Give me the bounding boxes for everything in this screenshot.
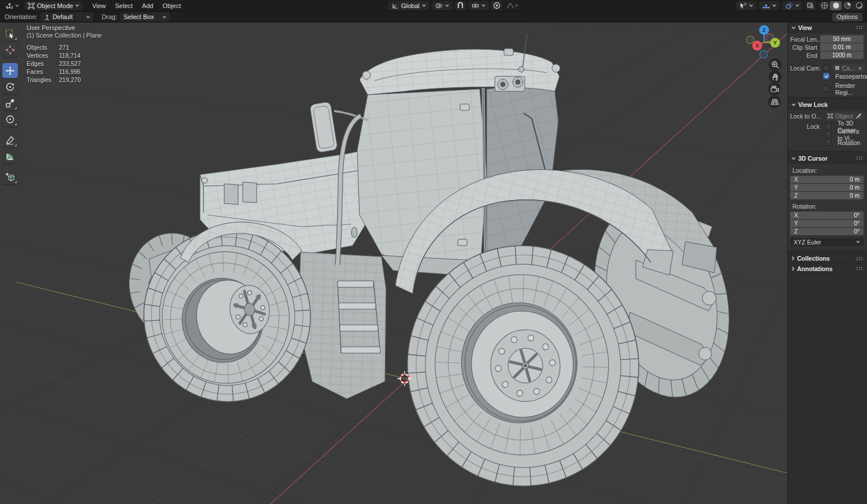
panel-grip-icon[interactable]: [856, 266, 864, 270]
menu-bar: View Select Add Object: [87, 0, 186, 12]
cursor-location-label: Location:: [790, 166, 864, 176]
perspective-toggle-button[interactable]: [768, 95, 781, 108]
overlays-dropdown[interactable]: [782, 1, 803, 10]
xray-icon: [807, 2, 814, 9]
panel-grip-icon[interactable]: [856, 156, 864, 160]
scale-tool-icon: [5, 98, 15, 108]
focal-length-field[interactable]: 50 mm: [820, 35, 864, 43]
annotate-pen-icon: [5, 135, 15, 145]
tool-annotate[interactable]: [2, 132, 18, 147]
chevron-down-icon: [772, 4, 776, 7]
panel-grip-icon[interactable]: [856, 257, 864, 261]
shading-solid-button[interactable]: [830, 1, 842, 10]
transform-tool-icon: [5, 114, 15, 124]
tool-transform[interactable]: [2, 112, 18, 127]
pivot-point-dropdown[interactable]: [432, 1, 453, 10]
xray-toggle[interactable]: [805, 1, 816, 10]
rotate-tool-icon: [5, 82, 15, 92]
snap-increment-icon: [472, 2, 479, 9]
panel-grip-icon[interactable]: [856, 25, 864, 29]
cursor-rotation-y[interactable]: Y0°: [790, 220, 864, 227]
panel-header-collections[interactable]: Collections: [788, 253, 867, 264]
gizmos-dropdown[interactable]: [759, 1, 780, 10]
eyedropper-icon[interactable]: [855, 113, 861, 119]
local-camera-field[interactable]: Ca... ✕: [832, 64, 865, 72]
camera-view-button[interactable]: [768, 83, 781, 95]
proportional-editing-toggle[interactable]: [491, 1, 502, 10]
wireframe-shading-icon: [821, 2, 828, 9]
tool-measure[interactable]: [2, 149, 18, 164]
tool-add-cube[interactable]: [2, 169, 18, 184]
shading-mode-group: [818, 1, 865, 10]
drag-mode-value: Select Box: [124, 13, 154, 20]
pan-button[interactable]: [769, 71, 781, 83]
stat-row: Edges233,527: [27, 60, 81, 68]
navigation-gizmo[interactable]: Z X Y: [746, 23, 785, 61]
drag-label: Drag:: [102, 13, 117, 20]
panel-header-annotations[interactable]: Annotations: [788, 264, 867, 274]
shading-rendered-button[interactable]: [853, 1, 865, 10]
panel-expand-icon: [791, 103, 796, 106]
orientation-label: Orientation:: [5, 13, 38, 20]
axis-neg-y-ball[interactable]: [747, 36, 754, 44]
axis-neg-z-ball[interactable]: [760, 51, 768, 58]
lock-to-3d-cursor-checkbox[interactable]: [825, 123, 832, 129]
editor-type-button[interactable]: [3, 1, 21, 10]
panel-header-view[interactable]: View: [788, 23, 867, 32]
tool-cursor[interactable]: [2, 42, 18, 57]
mode-label: Object Mode: [37, 2, 73, 9]
panel-body-3d-cursor: Location: X0 m Y0 m Z0 m Rotation: X0° Y…: [788, 163, 867, 251]
tool-orientation-dropdown[interactable]: Default: [40, 12, 94, 21]
local-camera-checkbox[interactable]: [823, 65, 829, 71]
shading-material-button[interactable]: [842, 1, 853, 10]
camera-to-view-checkbox[interactable]: [825, 131, 832, 138]
menu-object[interactable]: Object: [158, 0, 186, 12]
lock-to-object-label: Lock to O...: [790, 113, 822, 120]
tool-shelf: [2, 26, 18, 184]
clip-start-field[interactable]: 0.01 m: [820, 43, 864, 51]
cursor-rotation-x[interactable]: X0°: [790, 212, 864, 219]
clear-icon[interactable]: ✕: [857, 65, 862, 72]
tool-scale[interactable]: [2, 95, 18, 110]
object-data-icon: [828, 113, 833, 118]
options-button[interactable]: Options: [832, 13, 862, 21]
snap-target-dropdown[interactable]: [468, 1, 489, 10]
menu-add[interactable]: Add: [138, 0, 158, 12]
cursor-location-x[interactable]: X0 m: [790, 176, 864, 183]
panel-collapsed-icon: [791, 256, 795, 261]
mode-dropdown[interactable]: Object Mode: [24, 1, 83, 10]
panel-header-3d-cursor[interactable]: 3D Cursor: [788, 153, 867, 163]
chevron-down-icon: [15, 4, 19, 7]
clip-end-field[interactable]: 1000 m: [820, 51, 864, 59]
tool-orientation-value: Default: [53, 13, 73, 20]
cursor-rotation-z[interactable]: Z0°: [790, 228, 864, 235]
object-visibility-dropdown[interactable]: [736, 1, 757, 10]
zoom-button[interactable]: [769, 58, 781, 71]
menu-view[interactable]: View: [87, 0, 110, 12]
render-region-checkbox[interactable]: [823, 86, 829, 92]
shading-wireframe-button[interactable]: [818, 1, 830, 10]
axis-y-label: Y: [773, 40, 777, 46]
stat-row: Objects271: [27, 44, 81, 52]
proportional-falloff-dropdown[interactable]: [505, 1, 520, 10]
tool-move[interactable]: [2, 63, 18, 78]
lock-to-object-field[interactable]: Object: [825, 112, 864, 120]
cursor-location-y[interactable]: Y0 m: [790, 184, 864, 191]
euler-mode-dropdown[interactable]: XYZ Euler: [790, 238, 864, 246]
panel-title: View: [798, 24, 812, 31]
cursor-tool-icon: [5, 45, 15, 55]
menu-select[interactable]: Select: [110, 0, 138, 12]
panel-collapsed-icon: [791, 266, 795, 271]
cursor-location-z[interactable]: Z0 m: [790, 192, 864, 199]
drag-mode-dropdown[interactable]: Select Box: [120, 12, 170, 21]
lock-rotation-checkbox[interactable]: [825, 139, 832, 146]
viewport-canvas[interactable]: [0, 0, 867, 504]
tool-rotate[interactable]: [2, 79, 18, 94]
panel-header-view-lock[interactable]: View Lock: [788, 99, 867, 109]
chevron-down-icon: [162, 16, 166, 18]
viewport-header: Object Mode View Select Add Object Globa…: [0, 0, 867, 12]
passepartout-checkbox[interactable]: [823, 73, 829, 79]
snap-toggle[interactable]: [455, 1, 466, 10]
transform-orientation-dropdown[interactable]: Global: [388, 1, 429, 10]
tool-select-box[interactable]: [2, 26, 18, 41]
